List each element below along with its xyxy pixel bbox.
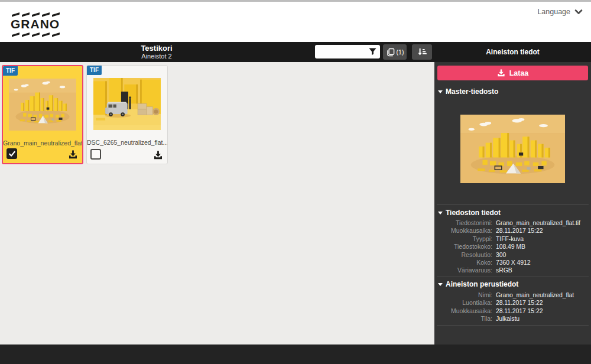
detail-value: sRGB <box>496 266 512 274</box>
section-tiedoston-tiedot[interactable]: Tiedoston tiedot <box>438 209 501 217</box>
sort-button[interactable] <box>412 44 432 60</box>
language-label: Language <box>537 8 570 16</box>
detail-row: Tiedostokoko: 108.49 MB <box>434 243 590 251</box>
asset-grid: TIF Grano_main_neutralized_flat TIF DSC_… <box>0 62 434 344</box>
download-icon[interactable] <box>68 150 78 159</box>
detail-value: 28.11.2017 15:22 <box>496 299 543 307</box>
grano-logo[interactable]: GRANO <box>7 9 64 38</box>
detail-value: TIFF-kuva <box>496 235 524 243</box>
detail-value: Julkaistu <box>496 315 519 323</box>
page-header: GRANO Language <box>0 2 591 42</box>
detail-value: Grano_main_neutralized_flat.tif <box>496 219 580 227</box>
toolbar-title-block: Testikori Aineistot 2 <box>0 42 313 62</box>
detail-value: 28.11.2017 15:22 <box>496 307 543 315</box>
detail-row: Koko: 7360 X 4912 <box>434 259 590 266</box>
collapse-caret-icon <box>438 90 443 93</box>
asset-thumbnail[interactable] <box>9 79 76 131</box>
detail-label: Resoluutio: <box>434 251 496 259</box>
grano-logo-graphic: GRANO <box>7 9 64 38</box>
logo-text: GRANO <box>11 17 60 31</box>
detail-value: 108.49 MB <box>496 243 525 251</box>
detail-value: Grano_main_neutralized_flat <box>496 291 574 299</box>
detail-row: Muokkausaika: 28.11.2017 15:22 <box>434 227 590 235</box>
filter-funnel-icon[interactable] <box>369 48 376 56</box>
asset-checkbox-checked[interactable] <box>7 148 17 159</box>
collapse-caret-icon <box>438 212 443 214</box>
section-divider <box>437 325 589 326</box>
detail-row: Tyyppi: TIFF-kuva <box>434 235 590 243</box>
section-title: Tiedoston tiedot <box>446 209 501 217</box>
download-icon <box>497 69 505 77</box>
check-icon <box>8 150 16 158</box>
panel-header-title: Aineiston tiedot <box>434 42 591 62</box>
download-icon[interactable] <box>153 151 163 160</box>
selection-count-button[interactable]: (1) <box>383 44 407 60</box>
download-button-label: Lataa <box>509 69 529 77</box>
asset-card[interactable]: TIF DSC_6265_neutralized_flat... <box>86 65 168 164</box>
detail-label: Tiedostonimi: <box>434 219 496 227</box>
detail-row: Resoluutio: 300 <box>434 251 590 259</box>
detail-label: Tiedostokoko: <box>434 243 496 251</box>
detail-label: Luontiaika: <box>434 299 496 307</box>
basket-title: Testikori <box>141 44 172 53</box>
section-title: Master-tiedosto <box>446 87 498 96</box>
asset-checkbox-unchecked[interactable] <box>90 149 101 160</box>
asset-filename: Grano_main_neutralized_flat <box>3 139 82 147</box>
detail-label: Tyyppi: <box>434 235 496 243</box>
detail-row: Luontiaika: 28.11.2017 15:22 <box>434 299 590 307</box>
detail-row: Väriavaruus: sRGB <box>434 266 590 274</box>
copies-icon <box>386 48 395 57</box>
toolbar: Testikori Aineistot 2 Aineiston tiedot <box>0 42 591 62</box>
footer-bar <box>0 344 591 364</box>
details-panel: Lataa Master-tiedosto Tiedoston tiedot T… <box>434 62 591 344</box>
filetype-badge: TIF <box>3 66 18 76</box>
detail-label: Koko: <box>434 259 496 266</box>
detail-label: Väriavaruus: <box>434 266 496 274</box>
master-file-preview[interactable] <box>460 115 565 183</box>
sort-amount-icon <box>417 47 427 57</box>
collapse-caret-icon <box>438 283 443 286</box>
detail-value: 28.11.2017 15:22 <box>496 227 543 235</box>
asset-card-selected[interactable]: TIF Grano_main_neutralized_flat <box>2 65 83 164</box>
detail-row: Tila: Julkaistu <box>434 315 590 323</box>
chevron-down-icon <box>574 9 583 15</box>
language-dropdown[interactable]: Language <box>537 8 583 16</box>
asset-thumbnail[interactable] <box>93 78 161 130</box>
section-aineiston-perustiedot[interactable]: Aineiston perustiedot <box>438 280 518 288</box>
detail-row: Muokkausaika: 28.11.2017 15:22 <box>434 307 590 315</box>
basic-details-list: Nimi: Grano_main_neutralized_flat Luonti… <box>434 291 590 323</box>
detail-value: 7360 X 4912 <box>496 259 530 266</box>
detail-label: Tila: <box>434 315 496 323</box>
detail-label: Muokkausaika: <box>434 227 496 235</box>
search-box <box>315 45 380 58</box>
section-divider <box>437 204 589 205</box>
detail-label: Muokkausaika: <box>434 307 496 315</box>
filetype-badge: TIF <box>87 66 102 75</box>
detail-row: Nimi: Grano_main_neutralized_flat <box>434 291 590 299</box>
selection-count-label: (1) <box>397 48 404 56</box>
detail-label: Nimi: <box>434 291 496 299</box>
asset-filename: DSC_6265_neutralized_flat... <box>87 139 167 146</box>
app-window: GRANO Language Testikori Aineistot 2 Ain… <box>0 0 591 364</box>
section-divider <box>437 277 589 277</box>
detail-value: 300 <box>496 251 506 259</box>
section-title: Aineiston perustiedot <box>446 280 518 288</box>
detail-row: Tiedostonimi: Grano_main_neutralized_fla… <box>434 219 590 227</box>
file-details-list: Tiedostonimi: Grano_main_neutralized_fla… <box>434 219 590 275</box>
section-master-tiedosto[interactable]: Master-tiedosto <box>438 87 498 96</box>
download-button[interactable]: Lataa <box>437 66 588 80</box>
basket-count: Aineistot 2 <box>141 53 171 60</box>
